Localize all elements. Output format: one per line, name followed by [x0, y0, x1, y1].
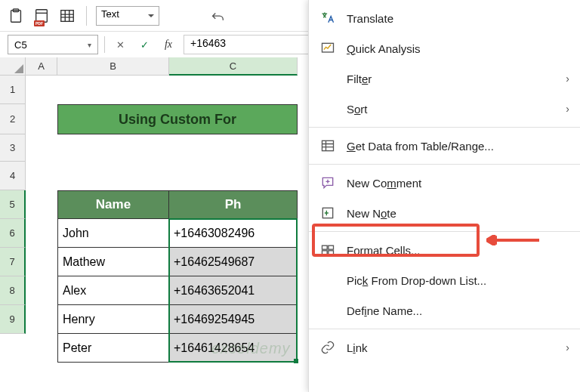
menu-label: Sort [347, 103, 555, 116]
row-header-2[interactable]: 2 [0, 104, 26, 134]
name-box[interactable]: C5 ▾ [8, 35, 98, 54]
header-phone: Ph [169, 190, 298, 219]
table-row: Alex+16463652041 [57, 276, 298, 305]
fx-button[interactable]: fx [159, 35, 177, 54]
header-name: Name [57, 190, 169, 219]
column-headers: A B C [26, 57, 298, 76]
cell-phone[interactable]: +16463082496 [169, 219, 298, 248]
chevron-right-icon: › [566, 341, 569, 353]
menu-label: Pick From Drop-down List... [347, 274, 569, 287]
select-all-corner[interactable] [0, 57, 26, 76]
cell-name[interactable]: Alex [57, 276, 169, 305]
menu-label: Define Name... [347, 304, 569, 317]
menu-label: Get Data from Table/Range... [347, 140, 569, 153]
row-header-4[interactable]: 4 [0, 162, 26, 190]
cell-phone[interactable]: +16461428654 [169, 334, 298, 363]
format-cells-icon [319, 242, 336, 258]
enter-button[interactable]: ✓ [135, 35, 153, 54]
menu-sort[interactable]: Sort › [309, 94, 580, 124]
chevron-right-icon: › [566, 103, 569, 115]
menu-filter[interactable]: Filter › [309, 63, 580, 94]
row-header-8[interactable]: 8 [0, 276, 26, 305]
menu-label: Translate [347, 12, 569, 25]
chevron-down-icon: ▾ [88, 41, 91, 49]
row-header-7[interactable]: 7 [0, 248, 26, 276]
menu-link[interactable]: Link › [309, 332, 580, 363]
menu-quick-analysis[interactable]: Quick Analysis [309, 33, 580, 63]
menu-format-cells[interactable]: Format Cells... [309, 235, 580, 265]
col-header-c[interactable]: C [169, 57, 298, 76]
menu-separator [309, 127, 580, 128]
define-name-icon [319, 302, 336, 319]
cell-name[interactable]: Peter [57, 334, 169, 363]
pdf-badge: PDF [34, 20, 45, 26]
paste-icon[interactable] [6, 6, 26, 26]
link-icon [319, 339, 336, 356]
svg-rect-10 [329, 251, 334, 255]
menu-separator [309, 231, 580, 232]
cell-name[interactable]: Henry [57, 305, 169, 334]
row-header-3[interactable]: 3 [0, 134, 26, 162]
svg-rect-3 [61, 10, 74, 21]
cell-name[interactable]: Mathew [57, 248, 169, 276]
svg-rect-5 [322, 140, 334, 150]
pdf-icon[interactable]: PDF [32, 6, 51, 26]
cell-name[interactable]: John [57, 219, 169, 248]
dropdown-list-icon [319, 272, 336, 289]
menu-label: Quick Analysis [347, 42, 569, 55]
cancel-button[interactable]: ✕ [111, 35, 129, 54]
cell-phone[interactable]: +16469254945 [169, 305, 298, 334]
menu-get-data[interactable]: Get Data from Table/Range... [309, 131, 580, 161]
menu-translate[interactable]: Translate [309, 3, 580, 33]
menu-new-comment[interactable]: New Comment [309, 168, 580, 198]
row-header-6[interactable]: 6 [0, 219, 26, 248]
menu-separator [309, 164, 580, 165]
svg-rect-7 [322, 245, 328, 249]
formula-bar-divider [104, 36, 105, 53]
sort-icon [319, 100, 336, 117]
row-header-5[interactable]: 5 [0, 190, 26, 219]
menu-new-note[interactable]: New Note [309, 198, 580, 228]
table-range-icon [319, 137, 336, 154]
cell-phone[interactable]: +16462549687 [169, 248, 298, 276]
table-row: John+16463082496 [57, 219, 298, 248]
number-format-dropdown[interactable]: Text [96, 6, 159, 26]
table-body: John+16463082496Mathew+16462549687Alex+1… [57, 219, 298, 363]
table-row: Henry+16469254945 [57, 305, 298, 334]
menu-label: New Comment [347, 177, 569, 190]
note-icon [319, 205, 336, 221]
menu-label: New Note [347, 207, 569, 220]
menu-separator [309, 329, 580, 329]
col-header-b[interactable]: B [57, 57, 169, 76]
cell-phone[interactable]: +16463652041 [169, 276, 298, 305]
svg-rect-8 [329, 245, 334, 249]
svg-rect-9 [322, 251, 328, 255]
table-row: Mathew+16462549687 [57, 248, 298, 276]
menu-pick-list[interactable]: Pick From Drop-down List... [309, 265, 580, 295]
row-header-1[interactable]: 1 [0, 76, 26, 104]
table-icon[interactable] [57, 6, 77, 26]
filter-icon [319, 70, 336, 87]
undo-icon[interactable] [208, 8, 227, 27]
table-row: Peter+16461428654 [57, 334, 298, 363]
quick-analysis-icon [319, 40, 336, 57]
col-header-a[interactable]: A [26, 57, 57, 76]
row-headers: 123456789 [0, 76, 26, 334]
chevron-right-icon: › [566, 73, 569, 85]
translate-icon [319, 10, 336, 26]
menu-label: Filter [347, 73, 555, 85]
menu-label: Link [347, 341, 555, 354]
toolbar-divider [86, 6, 87, 26]
menu-define-name[interactable]: Define Name... [309, 295, 580, 326]
menu-label: Format Cells... [347, 244, 569, 257]
row-header-9[interactable]: 9 [0, 305, 26, 334]
name-box-value: C5 [14, 39, 27, 51]
context-menu: Translate Quick Analysis Filter › Sort ›… [308, 0, 580, 392]
title-banner: Using Custom For [57, 104, 298, 134]
comment-icon [319, 174, 336, 191]
table-header-row: Name Ph [57, 190, 298, 219]
